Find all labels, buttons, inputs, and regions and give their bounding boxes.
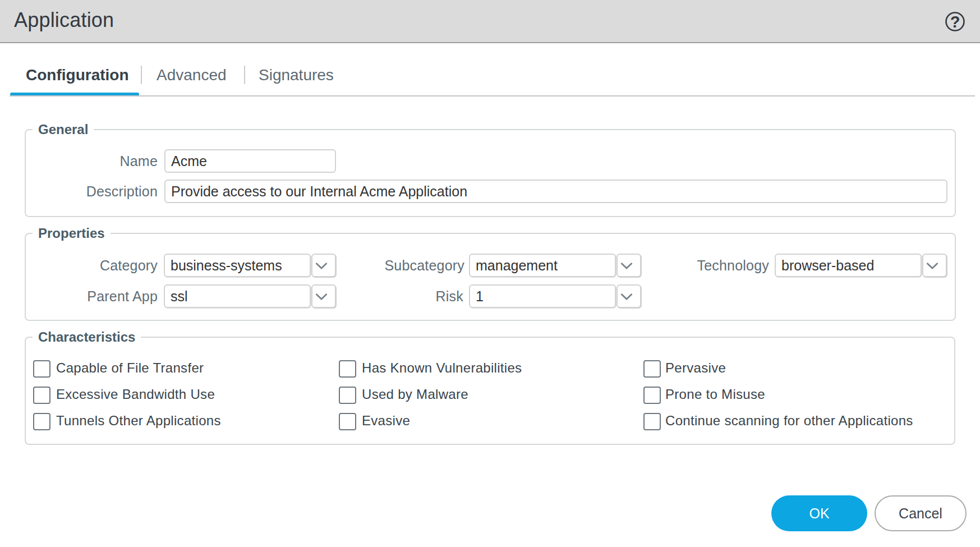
svg-text:?: ? [950, 13, 960, 31]
